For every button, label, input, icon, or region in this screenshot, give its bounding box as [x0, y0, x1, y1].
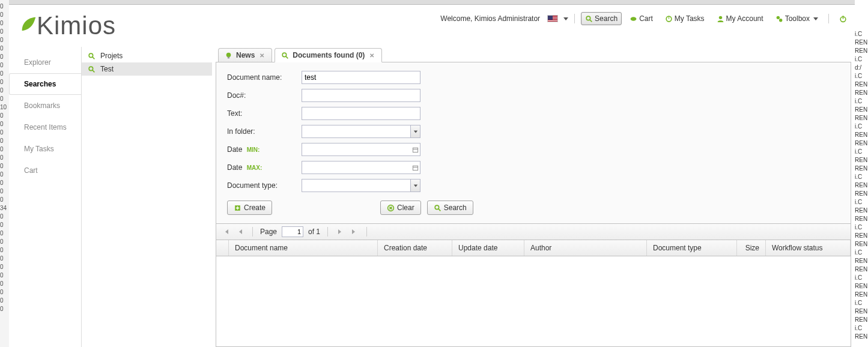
chevron-down-icon	[813, 17, 818, 20]
nav-label: Explorer	[24, 58, 51, 67]
svg-line-29	[439, 209, 440, 211]
logo-rest: imios	[54, 11, 116, 40]
tab-label: Documents found (0)	[293, 51, 365, 59]
svg-rect-15	[228, 56, 229, 58]
search-submit-label: Search	[444, 204, 467, 212]
next-page-button[interactable]	[335, 227, 345, 237]
power-icon	[839, 15, 847, 23]
saved-search-item[interactable]: Test	[82, 62, 212, 76]
search-button[interactable]: Search	[581, 12, 622, 25]
nav-searches[interactable]: Searches	[9, 73, 82, 95]
nav-explorer[interactable]: Explorer	[9, 52, 81, 73]
first-page-button[interactable]	[221, 227, 231, 237]
col-creation-date[interactable]: Creation date	[378, 240, 452, 256]
col-doc-type[interactable]: Document type	[647, 240, 737, 256]
myaccount-button[interactable]: My Account	[712, 12, 768, 25]
results-grid-header: Document name Creation date Update date …	[216, 240, 851, 256]
header-toolbar: Welcome, Kimios Administrator Search Car…	[440, 12, 851, 25]
svg-point-0	[586, 16, 590, 20]
nav-label: Cart	[24, 166, 38, 175]
search-submit-button[interactable]: Search	[427, 201, 473, 215]
date-min-label: Date MIN:	[227, 145, 302, 154]
toolbox-button-label: Toolbox	[785, 14, 810, 23]
page-label: Page	[260, 228, 277, 236]
toolbox-button[interactable]: Toolbox	[771, 12, 822, 25]
page-number-input[interactable]	[282, 226, 303, 237]
doc-num-input[interactable]	[302, 89, 420, 102]
mytasks-button[interactable]: My Tasks	[661, 12, 709, 25]
task-icon	[665, 15, 673, 23]
locale-flag-icon[interactable]	[547, 15, 558, 22]
logout-button[interactable]	[835, 13, 851, 25]
background-gutter-right: i.C REN REN i.C d:/ i.C REN REN i.C REN …	[855, 0, 868, 347]
chevron-down-icon	[563, 17, 568, 20]
form-button-row: Create Clear Search	[227, 201, 840, 215]
date-max-picker-button[interactable]	[410, 161, 420, 174]
search-icon	[88, 65, 96, 73]
clear-button[interactable]: Clear	[380, 201, 421, 215]
tab-news[interactable]: News ✕	[218, 48, 272, 62]
svg-point-12	[89, 67, 93, 71]
svg-point-28	[435, 205, 439, 210]
date-max-input[interactable]	[302, 161, 410, 174]
date-min-input[interactable]	[302, 143, 410, 156]
main-panel: News ✕ Documents found (0) ✕ Document na…	[212, 47, 855, 347]
cart-button[interactable]: Cart	[625, 12, 657, 25]
col-size[interactable]: Size	[737, 240, 766, 256]
folder-label: In folder:	[227, 127, 302, 136]
tab-documents-found[interactable]: Documents found (0) ✕	[275, 48, 382, 62]
folder-input[interactable]	[302, 125, 410, 138]
nav-recent[interactable]: Recent Items	[9, 116, 81, 138]
doc-num-label: Doc#:	[227, 91, 302, 100]
search-icon	[434, 204, 442, 212]
svg-line-17	[286, 56, 288, 58]
background-gutter-left: 0 0 0 0 0 0 0 0 0 0 0 0 10 0 0 0 0 0 0 0…	[0, 0, 9, 347]
leaf-icon	[19, 11, 39, 40]
create-button[interactable]: Create	[227, 201, 272, 215]
paging-toolbar: Page of 1	[216, 224, 851, 240]
app-header: Kimios Welcome, Kimios Administrator Sea…	[9, 5, 855, 47]
doc-name-label: Document name:	[227, 73, 302, 82]
results-grid-body	[216, 256, 851, 347]
nav-label: My Tasks	[24, 145, 54, 153]
cart-button-label: Cart	[639, 14, 653, 23]
page-of-label: of 1	[308, 228, 320, 236]
text-input[interactable]	[302, 107, 420, 120]
col-docname[interactable]: Document name	[229, 240, 378, 256]
date-min-picker-button[interactable]	[410, 143, 420, 156]
col-author[interactable]: Author	[524, 240, 647, 256]
search-icon	[585, 15, 593, 23]
doc-name-input[interactable]	[302, 71, 420, 84]
doc-type-input[interactable]	[302, 179, 410, 192]
close-icon[interactable]: ✕	[258, 52, 266, 59]
app-body: Explorer Searches Bookmarks Recent Items…	[9, 47, 855, 347]
nav-cart[interactable]: Cart	[9, 160, 81, 181]
kimios-app: Kimios Welcome, Kimios Administrator Sea…	[9, 5, 855, 347]
col-workflow-status[interactable]: Workflow status	[766, 240, 851, 256]
saved-search-item[interactable]: Projets	[82, 49, 212, 62]
doc-type-dropdown-button[interactable]	[410, 179, 420, 192]
logo-k: K	[37, 11, 54, 40]
svg-line-13	[93, 70, 94, 72]
mytasks-button-label: My Tasks	[675, 14, 705, 23]
user-icon	[717, 15, 724, 23]
browser-chrome-strip	[9, 0, 855, 5]
nav-label: Bookmarks	[24, 101, 60, 110]
saved-search-label: Projets	[100, 52, 123, 60]
svg-line-11	[93, 57, 94, 59]
folder-dropdown-button[interactable]	[410, 125, 420, 138]
clear-button-label: Clear	[397, 204, 414, 212]
nav-bookmarks[interactable]: Bookmarks	[9, 95, 81, 116]
svg-point-5	[718, 16, 721, 19]
saved-searches-panel: Projets Test	[81, 47, 212, 347]
nav-mytasks[interactable]: My Tasks	[9, 138, 81, 160]
create-icon	[234, 204, 241, 212]
col-update-date[interactable]: Update date	[452, 240, 524, 256]
svg-point-14	[226, 52, 231, 57]
prev-page-button[interactable]	[235, 227, 245, 237]
last-page-button[interactable]	[350, 227, 359, 237]
search-icon	[281, 52, 289, 59]
close-icon[interactable]: ✕	[368, 52, 375, 59]
svg-point-2	[631, 17, 637, 21]
toolbox-icon	[775, 15, 783, 23]
